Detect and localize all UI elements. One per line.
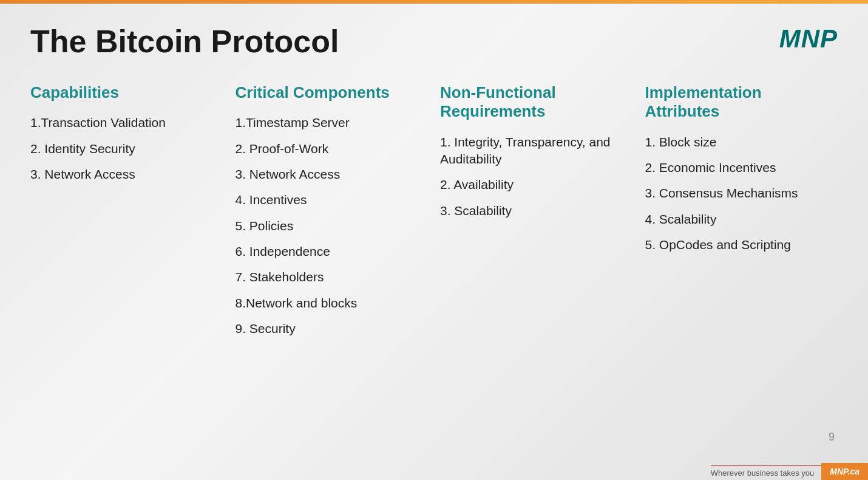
list-item: 1. Integrity, Transparency, and Auditabi… <box>440 134 633 168</box>
content-grid: Capabilities1.Transaction Validation2. I… <box>30 83 838 462</box>
items-capabilities: 1.Transaction Validation2. Identity Secu… <box>30 114 223 183</box>
column-capabilities: Capabilities1.Transaction Validation2. I… <box>30 83 223 462</box>
slide-container: The Bitcoin Protocol MNP Capabilities1.T… <box>0 0 868 480</box>
heading-critical-components: Critical Components <box>236 83 429 102</box>
list-item: 4. Incentives <box>236 191 429 208</box>
list-item: 4. Scalability <box>645 211 838 228</box>
list-item: 1. Block size <box>645 134 838 151</box>
list-item: 3. Network Access <box>30 166 223 183</box>
footer-tagline: Wherever business takes you <box>711 465 822 478</box>
slide-title: The Bitcoin Protocol <box>30 24 339 59</box>
list-item: 5. Policies <box>236 218 429 235</box>
header: The Bitcoin Protocol MNP <box>30 24 838 59</box>
heading-capabilities: Capabilities <box>30 83 223 102</box>
heading-non-functional: Non-Functional Requirements <box>440 83 633 121</box>
list-item: 3. Consensus Mechanisms <box>645 185 838 202</box>
list-item: 3. Network Access <box>236 166 429 183</box>
page-number: 9 <box>829 431 835 444</box>
list-item: 6. Independence <box>236 243 429 260</box>
logo: MNP <box>779 24 838 53</box>
list-item: 2. Identity Security <box>30 140 223 157</box>
column-non-functional: Non-Functional Requirements1. Integrity,… <box>440 83 633 462</box>
footer-logo: MNP.ca <box>821 463 868 480</box>
list-item: 8.Network and blocks <box>236 295 429 312</box>
column-critical-components: Critical Components1.Timestamp Server2. … <box>236 83 429 462</box>
items-non-functional: 1. Integrity, Transparency, and Auditabi… <box>440 134 633 219</box>
items-critical-components: 1.Timestamp Server2. Proof-of-Work3. Net… <box>236 114 429 337</box>
list-item: 1.Timestamp Server <box>236 114 429 131</box>
items-implementation: 1. Block size2. Economic Incentives3. Co… <box>645 134 838 254</box>
list-item: 5. OpCodes and Scripting <box>645 236 838 253</box>
heading-implementation: Implementation Attributes <box>645 83 838 121</box>
footer: Wherever business takes you MNP.ca <box>711 463 868 480</box>
top-border <box>0 0 868 4</box>
list-item: 3. Scalability <box>440 202 633 219</box>
list-item: 2. Availability <box>440 176 633 193</box>
list-item: 1.Transaction Validation <box>30 114 223 131</box>
list-item: 2. Proof-of-Work <box>236 140 429 157</box>
list-item: 7. Stakeholders <box>236 269 429 286</box>
list-item: 9. Security <box>236 320 429 337</box>
list-item: 2. Economic Incentives <box>645 159 838 176</box>
column-implementation: Implementation Attributes1. Block size2.… <box>645 83 838 462</box>
